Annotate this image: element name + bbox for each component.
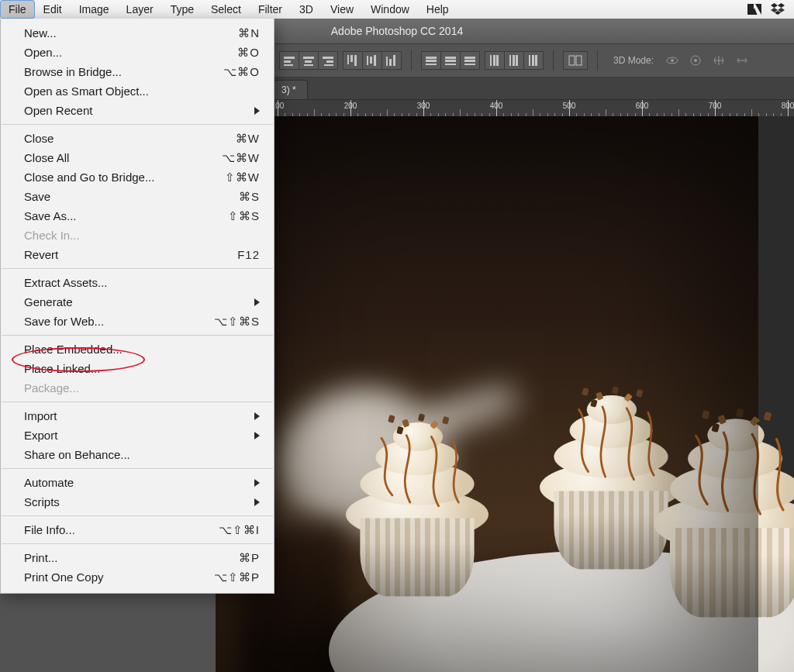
canvas-area[interactable] (216, 116, 794, 672)
file-menu-open-as-smart-object[interactable]: Open as Smart Object... (1, 81, 274, 101)
menu-separator (2, 268, 273, 269)
menu-item-label: Open... (24, 46, 237, 59)
file-menu-generate[interactable]: Generate (1, 292, 274, 312)
options-separator (411, 50, 412, 71)
menu-item-label: Save As... (24, 209, 228, 222)
distribute-right-button[interactable] (524, 51, 544, 70)
menu-separator (2, 515, 273, 516)
mode-slide-button[interactable] (733, 53, 751, 68)
menu-item-shortcut: ⌥⇧⌘I (219, 523, 260, 537)
menu-item-label: Print One Copy (24, 570, 214, 584)
menu-item-label: Close (24, 132, 236, 145)
menu-help[interactable]: Help (418, 0, 457, 19)
menu-item-label: Close All (24, 151, 222, 164)
document-tab[interactable]: 3) * (273, 80, 308, 99)
menu-item-shortcut: ⌘N (238, 26, 260, 40)
menu-item-shortcut: ⌥⇧⌘S (214, 315, 260, 329)
align-right-button[interactable] (319, 51, 338, 70)
ruler-mark: 200 (344, 102, 357, 110)
file-menu-export[interactable]: Export (1, 426, 274, 445)
system-menubar: File Edit Image Layer Type Select Filter… (0, 0, 794, 19)
align-center-v-button[interactable] (363, 51, 382, 70)
file-menu-place-embedded[interactable]: Place Embedded... (1, 339, 274, 359)
menu-type[interactable]: Type (162, 0, 202, 19)
file-menu-print-one-copy[interactable]: Print One Copy⌥⇧⌘P (1, 567, 274, 587)
auto-align-button[interactable] (563, 51, 588, 70)
menu-item-label: Export (24, 429, 248, 442)
svg-rect-8 (569, 56, 575, 65)
file-menu-new[interactable]: New...⌘N (1, 23, 274, 43)
menu-view[interactable]: View (322, 0, 362, 19)
menu-layer[interactable]: Layer (118, 0, 162, 19)
file-menu-open-recent[interactable]: Open Recent (1, 101, 274, 120)
file-menu-extract-assets[interactable]: Extract Assets... (1, 273, 274, 292)
distribute-vcenter-button[interactable] (441, 51, 461, 70)
submenu-arrow-icon (254, 498, 260, 506)
menu-separator (2, 335, 273, 336)
distribute-top-button[interactable] (421, 51, 441, 70)
ruler-mark: 300 (417, 102, 430, 110)
file-menu-share-on-behance[interactable]: Share on Behance... (1, 445, 274, 464)
menu-item-shortcut: ⌘P (239, 551, 260, 565)
align-left-button[interactable] (279, 51, 299, 70)
menu-edit[interactable]: Edit (35, 0, 71, 19)
adobe-icon[interactable] (747, 2, 761, 16)
svg-marker-4 (778, 3, 785, 8)
file-menu-automate[interactable]: Automate (1, 473, 274, 492)
cupcake-3 (646, 406, 795, 618)
menu-separator (2, 543, 273, 544)
menu-item-label: File Info... (24, 523, 219, 536)
menu-select[interactable]: Select (202, 0, 250, 19)
file-menu-import[interactable]: Import (1, 406, 274, 426)
horizontal-ruler[interactable]: 100200300400500600700800 (216, 100, 794, 118)
document-image (216, 116, 758, 672)
file-menu-file-info[interactable]: File Info...⌥⇧⌘I (1, 520, 274, 539)
menu-item-label: Automate (24, 476, 248, 489)
dropbox-icon[interactable] (771, 2, 785, 16)
file-menu-open[interactable]: Open...⌘O (1, 43, 274, 62)
file-menu-revert[interactable]: RevertF12 (1, 245, 274, 264)
menu-separator (2, 124, 273, 125)
distribute-left-button[interactable] (485, 51, 505, 70)
align-top-button[interactable] (343, 51, 363, 70)
file-menu-place-linked[interactable]: Place Linked... (1, 359, 274, 378)
distribute-group-2 (485, 51, 544, 70)
align-bottom-button[interactable] (382, 51, 402, 70)
menu-item-shortcut: ⌘W (236, 132, 260, 146)
file-menu-scripts[interactable]: Scripts (1, 492, 274, 512)
menu-item-shortcut: ⌥⇧⌘P (214, 570, 260, 584)
menu-item-label: Open as Smart Object... (24, 84, 260, 98)
file-menu-save[interactable]: Save⌘S (1, 187, 274, 206)
file-menu-close[interactable]: Close⌘W (1, 129, 274, 148)
menu-file[interactable]: File (0, 0, 35, 19)
menu-window[interactable]: Window (362, 0, 418, 19)
menu-filter[interactable]: Filter (250, 0, 291, 19)
file-menu-print[interactable]: Print...⌘P (1, 548, 274, 567)
distribute-hcenter-button[interactable] (505, 51, 524, 70)
menu-image[interactable]: Image (71, 0, 118, 19)
options-separator-3 (597, 50, 598, 71)
menu-item-label: Print... (24, 551, 239, 564)
svg-marker-3 (771, 3, 778, 8)
file-menu-save-as[interactable]: Save As...⇧⌘S (1, 206, 274, 226)
menu-item-label: Scripts (24, 495, 248, 508)
file-menu-browse-in-bridge[interactable]: Browse in Bridge...⌥⌘O (1, 62, 274, 81)
menu-item-label: New... (24, 26, 238, 40)
file-menu-close-all[interactable]: Close All⌥⌘W (1, 148, 274, 167)
menu-item-label: Check In... (24, 229, 260, 242)
file-menu-save-for-web[interactable]: Save for Web...⌥⇧⌘S (1, 312, 274, 331)
file-menu-close-and-go-to-bridge[interactable]: Close and Go to Bridge...⇧⌘W (1, 167, 274, 187)
align-center-h-button[interactable] (299, 51, 319, 70)
svg-rect-9 (576, 56, 582, 65)
svg-point-13 (694, 59, 697, 62)
options-separator-2 (553, 50, 554, 71)
align-group-1 (279, 51, 338, 70)
menu-3d[interactable]: 3D (291, 0, 322, 19)
menu-item-label: Open Recent (24, 104, 248, 117)
file-menu-dropdown: New...⌘NOpen...⌘OBrowse in Bridge...⌥⌘OO… (0, 19, 274, 594)
mode-roll-button[interactable] (686, 53, 705, 68)
menu-item-label: Generate (24, 295, 248, 308)
mode-orbit-button[interactable] (663, 53, 682, 68)
mode-pan-button[interactable] (709, 53, 728, 68)
distribute-bottom-button[interactable] (461, 51, 480, 70)
